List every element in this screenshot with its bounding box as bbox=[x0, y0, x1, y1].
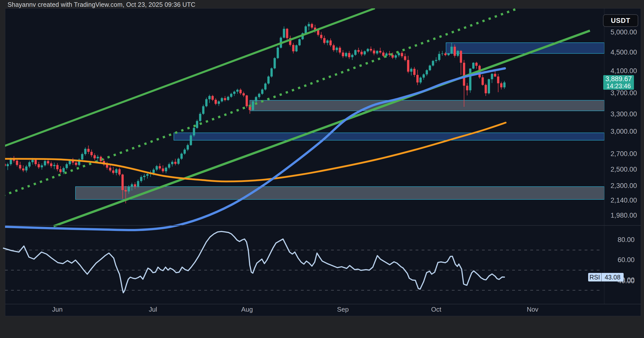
candle-body bbox=[435, 60, 437, 61]
candle-body bbox=[267, 77, 270, 84]
candle-body bbox=[202, 106, 205, 114]
candle-body bbox=[438, 54, 440, 60]
candle-body bbox=[28, 162, 31, 167]
price-axis-label: 4,500.00 bbox=[611, 49, 637, 56]
candle-body bbox=[62, 168, 65, 172]
candle-body bbox=[423, 74, 425, 78]
candle-body bbox=[447, 54, 450, 55]
zone-resistance-4500-4750 bbox=[446, 43, 604, 54]
candle-body bbox=[84, 149, 87, 154]
candle-body bbox=[264, 83, 266, 89]
candle-body bbox=[364, 51, 366, 54]
price-axis-label: 3,300.00 bbox=[611, 110, 637, 118]
candle-body bbox=[109, 168, 111, 170]
candle-body bbox=[311, 24, 313, 27]
candle-body bbox=[168, 164, 170, 168]
candle-body bbox=[419, 78, 422, 82]
candle-body bbox=[497, 77, 499, 83]
candle-body bbox=[503, 82, 506, 87]
candle-body bbox=[370, 49, 372, 51]
candle-body bbox=[333, 45, 335, 50]
candle-body bbox=[410, 69, 412, 72]
candle-body bbox=[401, 53, 403, 56]
rsi-badge[interactable]: RSI 43.08 bbox=[588, 273, 624, 281]
candle-body bbox=[128, 187, 130, 191]
time-axis-label-jun: Jun bbox=[52, 306, 63, 313]
chart-canvas[interactable] bbox=[0, 0, 644, 338]
price-axis-label: 4,100.00 bbox=[611, 67, 637, 75]
candle-body bbox=[180, 154, 183, 159]
candle-body bbox=[137, 181, 139, 186]
candle-body bbox=[407, 60, 409, 72]
candle-body bbox=[261, 89, 263, 94]
candle-body bbox=[205, 99, 208, 106]
candle-body bbox=[159, 166, 161, 168]
candle-body bbox=[53, 165, 55, 166]
rsi-line bbox=[3, 231, 505, 293]
candle-body bbox=[429, 66, 431, 70]
candle-body bbox=[212, 96, 214, 100]
upper-channel-line bbox=[3, 8, 375, 147]
candle-body bbox=[174, 162, 177, 164]
candle-body bbox=[339, 48, 341, 53]
rsi-axis-label: 60.00 bbox=[618, 256, 635, 264]
candle-body bbox=[233, 92, 235, 94]
candle-body bbox=[258, 94, 260, 97]
candle-body bbox=[292, 45, 294, 52]
candle-body bbox=[255, 97, 257, 101]
candle-body bbox=[22, 168, 24, 170]
candle-body bbox=[146, 174, 148, 176]
price-axis-label: 2,140.00 bbox=[611, 197, 637, 204]
candle-body bbox=[320, 35, 323, 38]
candle-body bbox=[382, 53, 384, 56]
candle-body bbox=[25, 167, 27, 171]
candle-body bbox=[277, 48, 279, 58]
bar-countdown: 14:23:46 bbox=[606, 83, 631, 89]
candle-body bbox=[224, 98, 226, 100]
quote-currency-badge[interactable]: USDT bbox=[603, 14, 638, 27]
candle-body bbox=[466, 86, 468, 90]
candle-body bbox=[457, 51, 459, 56]
candle-body bbox=[469, 69, 471, 90]
candle-body bbox=[230, 94, 232, 97]
candle-body bbox=[475, 63, 478, 66]
candle-body bbox=[66, 164, 68, 168]
candle-body bbox=[398, 53, 400, 55]
time-axis-label-oct: Oct bbox=[431, 306, 441, 313]
candle-body bbox=[44, 161, 46, 165]
candle-body bbox=[190, 135, 192, 145]
candle-body bbox=[330, 40, 332, 45]
candle-body bbox=[360, 52, 363, 55]
candle-body bbox=[376, 51, 378, 54]
candle-body bbox=[357, 50, 360, 52]
candle-body bbox=[481, 77, 484, 85]
candle-body bbox=[243, 93, 245, 95]
candle-body bbox=[69, 161, 71, 164]
candle-body bbox=[41, 165, 43, 167]
zone-support-2885-2985 bbox=[174, 133, 604, 140]
last-price-badge: 3,889.67 14:23:46 bbox=[603, 75, 634, 90]
candle-body bbox=[348, 53, 350, 57]
candle-body bbox=[87, 149, 90, 152]
candle-body bbox=[491, 74, 493, 79]
candle-body bbox=[199, 114, 201, 121]
time-axis-label-sep: Sep bbox=[337, 306, 349, 313]
candle-body bbox=[193, 128, 195, 135]
candle-body bbox=[115, 169, 117, 173]
candle-body bbox=[472, 63, 474, 69]
candle-body bbox=[336, 48, 338, 50]
candle-body bbox=[500, 83, 502, 87]
candle-body bbox=[34, 160, 37, 164]
price-axis-label: 2,500.00 bbox=[611, 166, 637, 173]
candle-body bbox=[283, 29, 285, 38]
candle-body bbox=[441, 54, 444, 54]
candle-body bbox=[208, 96, 211, 99]
candle-body bbox=[187, 145, 189, 150]
rsi-badge-title: RSI bbox=[588, 273, 601, 281]
candle-body bbox=[81, 154, 83, 160]
candle-body bbox=[122, 175, 124, 190]
candle-body bbox=[162, 168, 164, 171]
candle-body bbox=[221, 98, 223, 102]
last-price-value: 3,889.67 bbox=[605, 75, 632, 83]
candle-body bbox=[354, 50, 356, 55]
